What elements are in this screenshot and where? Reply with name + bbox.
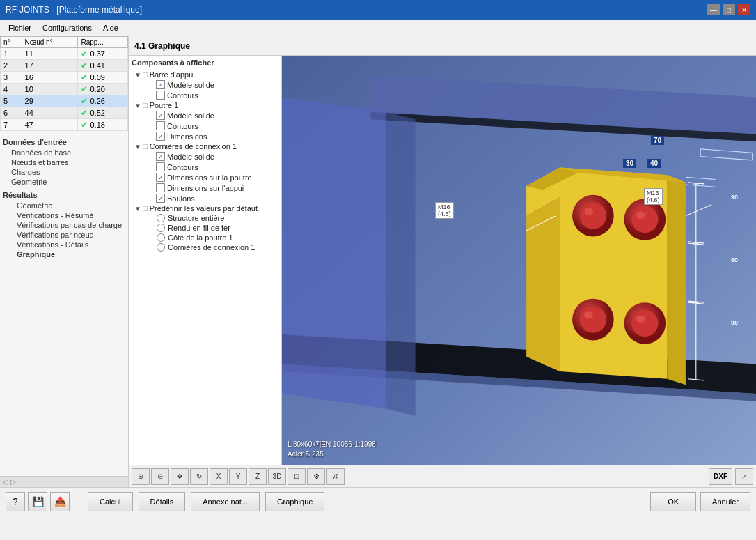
- tree-node[interactable]: ▼ □ Prédéfinir les valeurs par défaut: [132, 203, 278, 213]
- view-btn-9[interactable]: ⊡: [288, 468, 306, 485]
- menu-configurations[interactable]: Configurations: [37, 22, 97, 33]
- annexe-button[interactable]: Annexe nat...: [191, 492, 260, 511]
- details-button[interactable]: Détails: [139, 492, 186, 511]
- view-btn-10[interactable]: ⚙: [307, 468, 325, 485]
- tree-node[interactable]: ▼ □ Cornières de connexion 1: [132, 141, 278, 151]
- checkbox[interactable]: [156, 121, 165, 130]
- tree-node[interactable]: Dimensions: [132, 131, 278, 141]
- tree-node[interactable]: Contours: [132, 121, 278, 131]
- bottom-left-icons: ? 💾 📤: [6, 492, 70, 511]
- node-label: Boulons: [167, 194, 195, 203]
- export-btn[interactable]: ↗: [735, 468, 753, 485]
- tree-node[interactable]: Boulons: [132, 193, 278, 203]
- dxf-button[interactable]: DXF: [709, 468, 732, 485]
- status-icon: ✔: [81, 120, 88, 130]
- result-item[interactable]: Vérifications - Détails: [3, 240, 125, 249]
- ok-button[interactable]: OK: [650, 492, 696, 511]
- left-scrollbar[interactable]: ◁ ▷: [0, 476, 128, 487]
- checkbox[interactable]: [156, 183, 165, 192]
- table-row[interactable]: 7 47 ✔ 0.18: [1, 119, 128, 131]
- tree-node[interactable]: Dimensions sur l'appui: [132, 183, 278, 193]
- icon-btn-2[interactable]: 💾: [28, 492, 47, 511]
- col-ratio: Rapp...: [78, 37, 128, 48]
- close-button[interactable]: ✕: [738, 4, 750, 15]
- view-btn-7[interactable]: Z: [249, 468, 267, 485]
- view-btn-6[interactable]: Y: [229, 468, 247, 485]
- view-btn-3[interactable]: ✥: [171, 468, 189, 485]
- svg-marker-6: [386, 112, 416, 416]
- node-label: Contours: [167, 91, 198, 100]
- cell-node: 11: [22, 48, 78, 60]
- tree-node[interactable]: Modèle solide: [132, 79, 278, 90]
- tree-node[interactable]: Contours: [132, 90, 278, 100]
- checkbox[interactable]: [156, 111, 165, 120]
- graphique-button[interactable]: Graphique: [265, 492, 324, 511]
- view-btn-11[interactable]: 🖨: [326, 468, 345, 485]
- nav-item[interactable]: Données de base: [3, 148, 125, 157]
- table-row[interactable]: 6 44 ✔ 0.52: [1, 107, 128, 119]
- tree-node[interactable]: Cornières de connexion 1: [132, 242, 278, 252]
- svg-marker-8: [667, 175, 686, 385]
- result-item[interactable]: Vérifications par nœud: [3, 230, 125, 240]
- node-label: Poutre 1: [150, 101, 179, 109]
- checkbox[interactable]: [156, 162, 165, 171]
- tree-node[interactable]: Modèle solide: [132, 110, 278, 121]
- table-row[interactable]: 4 10 ✔ 0.20: [1, 84, 128, 95]
- checkbox[interactable]: [156, 132, 165, 141]
- view-btn-8[interactable]: 3D: [268, 468, 286, 485]
- nav-item[interactable]: Geometrie: [3, 177, 125, 187]
- tree-node[interactable]: Rendu en fil de fer: [132, 223, 278, 233]
- result-item[interactable]: Vérifications - Résumé: [3, 210, 125, 220]
- tree-node[interactable]: ▼ □ Poutre 1: [132, 100, 278, 110]
- icon-btn-3[interactable]: 📤: [50, 492, 70, 511]
- result-item[interactable]: Graphique: [3, 249, 125, 259]
- tree-node[interactable]: ▼ □ Barre d'appui: [132, 70, 278, 79]
- cell-ratio: ✔ 0.41: [78, 60, 128, 72]
- radio-button[interactable]: [157, 243, 165, 252]
- tree-node[interactable]: Modèle solide: [132, 151, 278, 162]
- maximize-button[interactable]: □: [723, 4, 735, 15]
- folder-icon: □: [143, 101, 148, 109]
- components-panel: Composants à afficher ▼ □ Barre d'appui …: [129, 56, 282, 465]
- view-btn-2[interactable]: ⊖: [151, 468, 169, 485]
- view-btn-4[interactable]: ↻: [190, 468, 208, 485]
- table-row[interactable]: 2 17 ✔ 0.41: [1, 60, 128, 72]
- window-title: RF-JOINTS - [Plateforme métallique]: [6, 5, 142, 15]
- radio-button[interactable]: [157, 233, 165, 242]
- node-label: Dimensions: [167, 132, 207, 141]
- calcul-button[interactable]: Calcul: [88, 492, 133, 511]
- tree-node[interactable]: Côté de la poutre 1: [132, 233, 278, 242]
- tree-node[interactable]: Contours: [132, 162, 278, 172]
- nav-item[interactable]: Nœuds et barres: [3, 157, 125, 167]
- svg-point-14: [580, 203, 606, 229]
- cell-node: 29: [22, 95, 78, 107]
- view-btn-5[interactable]: X: [210, 468, 228, 485]
- checkbox[interactable]: [156, 152, 165, 161]
- view-btn-1[interactable]: ⊕: [132, 468, 150, 485]
- side-dim-1: 90: [731, 194, 738, 201]
- viewport-3d: 70 30 40 M16 (4.6) M16 (4.6) 90 90 90: [282, 56, 756, 465]
- menu-fichier[interactable]: Fichier: [3, 22, 37, 33]
- minimize-button[interactable]: —: [707, 4, 720, 15]
- result-item[interactable]: Géométrie: [3, 201, 125, 210]
- node-label: Prédéfinir les valeurs par défaut: [150, 204, 258, 213]
- cell-n: 6: [1, 107, 22, 119]
- tree-node[interactable]: Dimensions sur la poutre: [132, 172, 278, 183]
- annuler-button[interactable]: Annuler: [700, 492, 750, 511]
- checkbox[interactable]: [156, 173, 165, 182]
- table-row[interactable]: 3 16 ✔ 0.09: [1, 72, 128, 84]
- table-row[interactable]: 1 11 ✔ 0.37: [1, 48, 128, 60]
- radio-button[interactable]: [157, 224, 165, 232]
- node-label: Cornières de connexion 1: [168, 243, 255, 252]
- table-row[interactable]: 5 29 ✔ 0.26: [1, 95, 128, 107]
- node-label: Dimensions sur la poutre: [167, 173, 252, 182]
- tree-node[interactable]: Structure entière: [132, 213, 278, 223]
- checkbox[interactable]: [156, 80, 165, 89]
- icon-btn-1[interactable]: ?: [6, 492, 25, 511]
- result-item[interactable]: Vérifications par cas de charge: [3, 220, 125, 230]
- menu-aide[interactable]: Aide: [97, 22, 124, 33]
- radio-button[interactable]: [157, 214, 165, 222]
- checkbox[interactable]: [156, 91, 165, 100]
- checkbox[interactable]: [156, 194, 165, 203]
- nav-item[interactable]: Charges: [3, 167, 125, 177]
